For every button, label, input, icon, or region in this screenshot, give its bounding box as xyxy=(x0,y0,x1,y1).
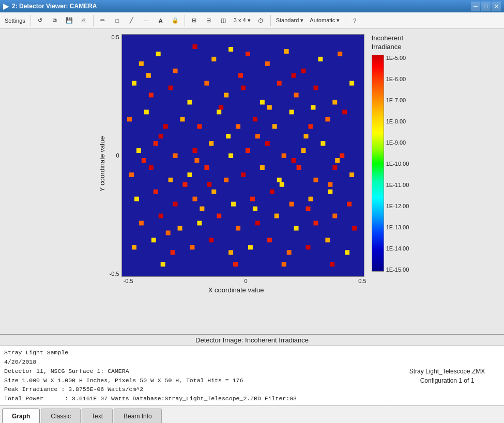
copy-button[interactable]: ⧉ xyxy=(48,14,62,27)
maximize-button[interactable]: □ xyxy=(481,2,491,11)
layers-button[interactable]: ◫ xyxy=(217,14,230,27)
cb-label-3: 1E-7.00 xyxy=(386,97,409,103)
info-line-1: Stray Light Sample xyxy=(4,348,386,357)
info-line-3: Detector 11, NSCG Surface 1: CAMERA xyxy=(4,367,386,376)
toolbar: Settings ↺ ⧉ 💾 🖨 ✏ □ ╱ ─ A 🔒 ⊞ ⊟ ◫ 3 x 4… xyxy=(0,12,504,29)
grid-tool-button[interactable]: ⊞ xyxy=(188,14,201,27)
colorbar-wrapper: 1E-5.00 1E-6.00 1E-7.00 1E-8.00 1E-9.00 … xyxy=(372,55,409,273)
cb-label-5: 1E-9.00 xyxy=(386,139,409,146)
text-button[interactable]: A xyxy=(154,14,167,27)
separator-1 xyxy=(30,15,31,26)
x-tick-2: 0 xyxy=(244,278,247,284)
chart-with-axes: Y coordinate value 0.5 0 -0.5 xyxy=(95,34,409,294)
colorbar-labels: 1E-5.00 1E-6.00 1E-7.00 1E-8.00 1E-9.00 … xyxy=(386,55,409,273)
info-body: Stray Light Sample 4/20/2018 Detector 11… xyxy=(0,346,504,405)
cb-label-11: 1E-15.00 xyxy=(386,267,409,273)
tab-classic[interactable]: Classic xyxy=(41,409,81,423)
y-ticks: 0.5 0 -0.5 xyxy=(106,34,121,277)
line-button[interactable]: ╱ xyxy=(125,14,139,27)
y-tick-5: -0.5 xyxy=(110,271,119,277)
close-button[interactable]: ✕ xyxy=(492,2,501,11)
tab-text[interactable]: Text xyxy=(82,409,113,423)
chart-and-colorbar: 0.5 0 -0.5 -0.5 xyxy=(106,34,409,294)
cb-label-1: 1E-5.00 xyxy=(386,55,409,61)
y-tick-3: 0 xyxy=(116,152,119,159)
title-bar: ▶ 2: Detector Viewer: CAMERA ─ □ ✕ xyxy=(0,0,504,12)
settings-button[interactable]: Settings xyxy=(2,14,28,27)
save-button[interactable]: 💾 xyxy=(63,14,76,27)
info-right: Stray Light_Telescope.ZMXConfiguration 1… xyxy=(390,346,504,405)
separator-4 xyxy=(270,15,271,26)
detector-plot[interactable] xyxy=(121,34,364,277)
pen-button[interactable]: ✏ xyxy=(96,14,110,27)
window-controls: ─ □ ✕ xyxy=(471,2,501,11)
cb-label-4: 1E-8.00 xyxy=(386,118,409,124)
rect-button[interactable]: □ xyxy=(111,14,124,27)
timer-button[interactable]: ⏱ xyxy=(254,14,268,27)
info-line-2: 4/20/2018 xyxy=(4,357,386,367)
info-line-6: Total Power : 3.6161E-07 Watts Database:… xyxy=(4,394,386,403)
y-ticks-and-plot: 0.5 0 -0.5 xyxy=(106,34,366,277)
cb-label-9: 1E-13.00 xyxy=(386,224,409,230)
tab-graph[interactable]: Graph xyxy=(2,409,40,423)
cb-label-10: 1E-14.00 xyxy=(386,245,409,252)
print-button[interactable]: 🖨 xyxy=(77,14,90,27)
refresh-button[interactable]: ↺ xyxy=(34,14,47,27)
app-icon: ▶ xyxy=(3,2,9,10)
help-button[interactable]: ? xyxy=(348,14,361,27)
chart-container: Y coordinate value 0.5 0 -0.5 xyxy=(5,34,499,334)
x-tick-3: 0.5 xyxy=(358,278,366,284)
info-line-4: Size 1.000 W X 1.000 H Inches, Pixels 50… xyxy=(4,376,386,385)
main-content: Y coordinate value 0.5 0 -0.5 xyxy=(0,29,504,423)
window-title: 2: Detector Viewer: CAMERA xyxy=(12,3,97,10)
x-tick-1: -0.5 xyxy=(124,278,133,284)
x-axis-label: X coordinate value xyxy=(106,286,366,294)
y-axis-label: Y coordinate value xyxy=(95,34,106,294)
separator-5 xyxy=(345,15,345,26)
separator-2 xyxy=(93,15,94,26)
plot-area: Y coordinate value 0.5 0 -0.5 xyxy=(0,29,504,334)
layout-button[interactable]: ⊟ xyxy=(202,14,216,27)
info-line-5: Peak Irradiance : 3.8755E-06 Watts/cm^2 xyxy=(4,385,386,394)
cb-label-7: 1E-11.00 xyxy=(386,182,409,188)
separator-3 xyxy=(185,15,185,26)
bottom-tabs: Graph Classic Text Beam Info xyxy=(0,405,504,423)
info-text: Stray Light Sample 4/20/2018 Detector 11… xyxy=(0,346,390,405)
info-header: Detector Image: Incoherent Irradiance xyxy=(0,335,504,346)
standard-dropdown[interactable]: Standard ▾ xyxy=(273,14,307,27)
cb-label-2: 1E-6.00 xyxy=(386,76,409,82)
colorbar-container: IncoherentIrradiance 1E-5.00 1E-6.00 1E-… xyxy=(372,34,409,273)
plot-canvas-wrapper: 0.5 0 -0.5 -0.5 xyxy=(106,34,366,294)
automatic-dropdown[interactable]: Automatic ▾ xyxy=(307,14,342,27)
info-panel: Detector Image: Incoherent Irradiance St… xyxy=(0,334,504,405)
hline-button[interactable]: ─ xyxy=(140,14,153,27)
x-ticks: -0.5 0 0.5 xyxy=(106,278,366,284)
cb-label-8: 1E-12.00 xyxy=(386,203,409,209)
tab-beam-info[interactable]: Beam Info xyxy=(114,409,162,423)
settings-label: Settings xyxy=(5,18,25,24)
colorbar-title: IncoherentIrradiance xyxy=(372,34,409,52)
lock-button[interactable]: 🔒 xyxy=(169,14,182,27)
y-tick-1: 0.5 xyxy=(111,34,119,40)
minimize-button[interactable]: ─ xyxy=(471,2,480,11)
cb-label-6: 1E-10.00 xyxy=(386,161,409,167)
colorbar xyxy=(372,55,384,272)
grid-size-button[interactable]: 3 x 4 ▾ xyxy=(231,14,253,27)
config-info: Stray Light_Telescope.ZMXConfiguration 1… xyxy=(409,367,485,385)
